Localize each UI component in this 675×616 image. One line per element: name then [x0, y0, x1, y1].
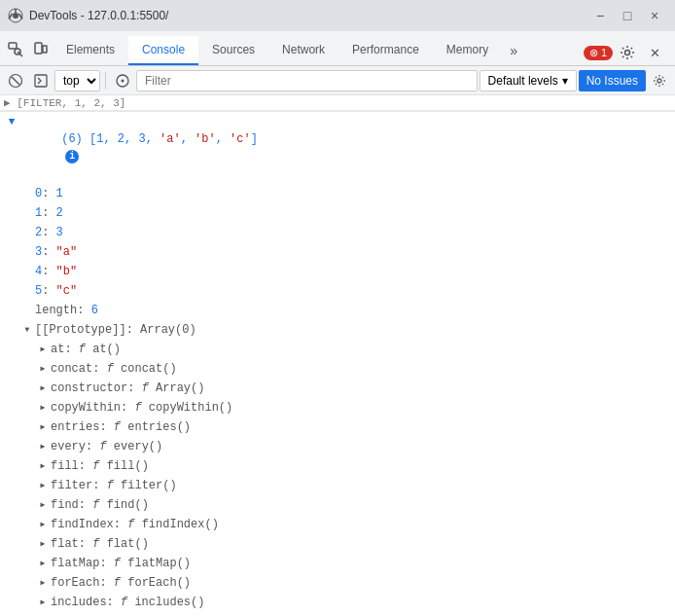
top-level-button[interactable]	[29, 69, 53, 92]
info-icon: i	[65, 150, 79, 163]
proto-indexOf: ▶ indexOf: f indexOf()	[0, 612, 675, 616]
default-levels-button[interactable]: Default levels ▾	[480, 70, 577, 91]
proto-at: ▶ at: f at()	[0, 340, 675, 359]
chrome-icon	[8, 8, 23, 23]
svg-point-1	[13, 13, 18, 18]
proto-includes: ▶ includes: f includes()	[0, 593, 675, 612]
window-title: DevTools - 127.0.0.1:5500/	[29, 9, 582, 22]
svg-point-14	[122, 79, 124, 82]
array-item-2: 2: 3	[0, 223, 675, 242]
tab-network[interactable]: Network	[268, 36, 338, 65]
proto-findIndex: ▶ findIndex: f findIndex()	[0, 515, 675, 534]
window-controls: − □ ×	[587, 5, 667, 26]
svg-point-15	[657, 79, 661, 83]
close-button[interactable]: ×	[642, 5, 667, 26]
svg-rect-8	[43, 46, 47, 53]
proto-find: ▶ find: f find()	[0, 495, 675, 515]
prototype-line[interactable]: ▼ [[Prototype]]: Array(0)	[0, 320, 675, 340]
array-item-5: 5: "c"	[0, 281, 675, 301]
array-length: length: 6	[0, 301, 675, 320]
close-devtools-button[interactable]: ✕	[642, 40, 667, 65]
proto-filter: ▶ filter: f filter()	[0, 476, 675, 495]
proto-forEach: ▶ forEach: f forEach()	[0, 573, 675, 593]
error-badge: ⊗ 1	[584, 46, 613, 60]
prototype-expand-arrow[interactable]: ▼	[19, 321, 35, 339]
array-item-3: 3: "a"	[0, 242, 675, 262]
array-item-4: 4: "b"	[0, 262, 675, 281]
expand-arrow[interactable]: ▼	[4, 113, 19, 130]
no-issues-button[interactable]: No Issues	[579, 70, 646, 91]
proto-copyWithin: ▶ copyWithin: f copyWithin()	[0, 398, 675, 417]
tab-memory[interactable]: Memory	[433, 36, 502, 65]
proto-flat: ▶ flat: f flat()	[0, 534, 675, 554]
console-output[interactable]: ▶ [FILTER, 1, 2, 3] ▼ (6) [1, 2, 3, 'a',…	[0, 95, 675, 616]
toolbar-separator	[105, 72, 106, 90]
proto-entries: ▶ entries: f entries()	[0, 417, 675, 437]
tab-performance[interactable]: Performance	[338, 36, 433, 65]
device-toolbar-button[interactable]	[29, 38, 53, 61]
proto-concat: ▶ concat: f concat()	[0, 359, 675, 379]
minimize-button[interactable]: −	[587, 5, 613, 26]
proto-flatMap: ▶ flatMap: f flatMap()	[0, 554, 675, 573]
inspect-element-button[interactable]	[4, 38, 27, 61]
svg-rect-7	[35, 43, 42, 54]
svg-rect-5	[9, 43, 17, 49]
array-value: (6) [1, 2, 3, 'a', 'b', 'c'] i	[19, 113, 675, 183]
chevron-down-icon: ▾	[562, 74, 568, 88]
more-tabs-button[interactable]: »	[502, 36, 525, 65]
array-item-0: 0: 1	[0, 184, 675, 203]
settings-button[interactable]	[615, 40, 640, 65]
proto-constructor: ▶ constructor: f Array()	[0, 379, 675, 398]
svg-line-11	[12, 77, 19, 85]
tab-console[interactable]: Console	[128, 36, 198, 65]
previous-output-line: ▶ [FILTER, 1, 2, 3]	[0, 95, 675, 111]
svg-point-9	[625, 51, 630, 55]
tab-sources[interactable]: Sources	[198, 36, 268, 65]
proto-every: ▶ every: f every()	[0, 437, 675, 456]
console-settings-button[interactable]	[648, 69, 671, 92]
clear-console-button[interactable]	[4, 69, 27, 92]
console-toolbar: top Default levels ▾ No Issues	[0, 66, 675, 95]
filter-input[interactable]	[136, 70, 478, 91]
show-console-button[interactable]	[111, 69, 134, 92]
tab-elements[interactable]: Elements	[53, 36, 128, 65]
restore-button[interactable]: □	[615, 5, 640, 26]
context-select[interactable]: top	[54, 70, 100, 91]
proto-fill: ▶ fill: f fill()	[0, 456, 675, 476]
array-item-1: 1: 2	[0, 203, 675, 223]
tab-actions: ⊗ 1 ✕	[584, 40, 671, 65]
array-output-line: ▼ (6) [1, 2, 3, 'a', 'b', 'c'] i	[0, 111, 675, 184]
tab-bar: Elements Console Sources Network Perform…	[0, 31, 675, 66]
title-bar: DevTools - 127.0.0.1:5500/ − □ ×	[0, 0, 675, 31]
